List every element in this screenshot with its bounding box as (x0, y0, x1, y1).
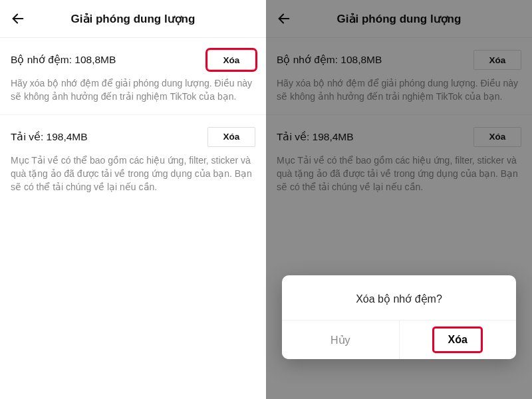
cache-section: Bộ nhớ đệm: 108,8MB Xóa Hãy xóa bộ nhớ đ… (0, 38, 266, 114)
dialog-title: Xóa bộ nhớ đệm? (282, 275, 516, 320)
downloads-section: Tải về: 198,4MB Xóa Mục Tải về có thể ba… (266, 115, 532, 205)
back-button[interactable] (275, 10, 293, 27)
page-title: Giải phóng dung lượng (9, 12, 257, 26)
dialog-confirm-button[interactable]: Xóa (400, 321, 517, 359)
downloads-label: Tải về: 198,4MB (277, 131, 354, 143)
page-title: Giải phóng dung lượng (275, 12, 523, 26)
downloads-description: Mục Tải về có thể bao gồm các hiệu ứng, … (11, 154, 255, 194)
downloads-label: Tải về: 198,4MB (11, 131, 88, 143)
clear-cache-button[interactable]: Xóa (473, 50, 521, 70)
screen-before: Giải phóng dung lượng Bộ nhớ đệm: 108,8M… (0, 0, 266, 399)
header: Giải phóng dung lượng (266, 0, 532, 37)
cache-description: Hãy xóa bộ nhớ đệm để giải phóng dung lư… (11, 76, 255, 104)
clear-cache-button[interactable]: Xóa (207, 50, 255, 70)
cache-section: Bộ nhớ đệm: 108,8MB Xóa Hãy xóa bộ nhớ đ… (266, 38, 532, 114)
arrow-left-icon (277, 11, 291, 26)
divider (266, 37, 532, 38)
downloads-description: Mục Tải về có thể bao gồm các hiệu ứng, … (277, 154, 521, 194)
dialog-buttons: Hủy Xóa (282, 320, 516, 359)
dialog-confirm-label: Xóa (448, 334, 467, 346)
cache-label: Bộ nhớ đệm: 108,8MB (11, 54, 116, 66)
cache-description: Hãy xóa bộ nhớ đệm để giải phóng dung lư… (277, 76, 521, 104)
divider (266, 114, 532, 115)
confirm-dialog: Xóa bộ nhớ đệm? Hủy Xóa (282, 275, 516, 359)
downloads-section: Tải về: 198,4MB Xóa Mục Tải về có thể ba… (0, 115, 266, 205)
cache-label: Bộ nhớ đệm: 108,8MB (277, 54, 382, 66)
clear-downloads-button[interactable]: Xóa (207, 127, 255, 147)
clear-downloads-button[interactable]: Xóa (473, 127, 521, 147)
dialog-cancel-button[interactable]: Hủy (282, 321, 400, 359)
header: Giải phóng dung lượng (0, 0, 266, 37)
screen-confirm: Giải phóng dung lượng Bộ nhớ đệm: 108,8M… (266, 0, 532, 399)
